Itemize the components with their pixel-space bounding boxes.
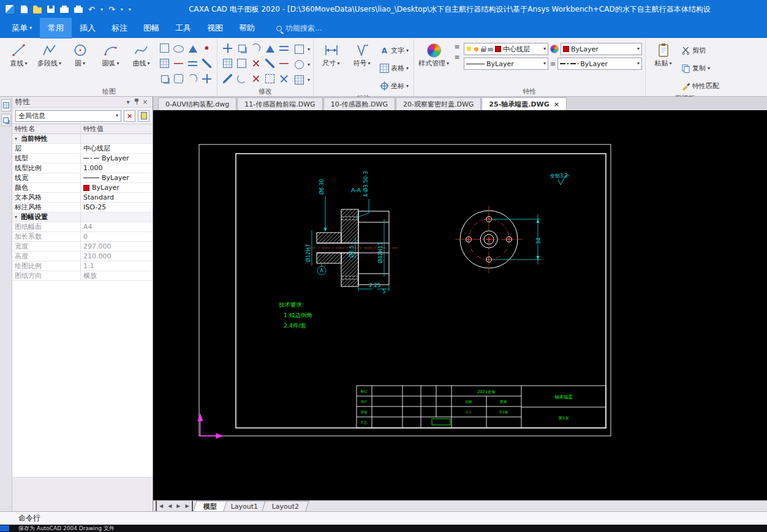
erase-icon[interactable] (263, 72, 276, 85)
mirror-icon[interactable] (263, 42, 276, 54)
symbol-button[interactable]: 符号▾ (347, 40, 376, 69)
edit-polyline-icon[interactable] (293, 43, 306, 56)
region-icon[interactable] (172, 72, 185, 85)
parallel-lines-icon[interactable] (186, 57, 199, 70)
match-properties-button[interactable]: 特性匹配 (679, 78, 721, 94)
edit-hatch-icon[interactable] (293, 73, 306, 86)
property-row-textstyle[interactable]: 文本风格Standard (12, 193, 153, 203)
ray-icon[interactable] (200, 57, 213, 70)
fillet-icon[interactable] (235, 72, 248, 85)
layout2-tab[interactable]: Layout2 (262, 501, 309, 511)
property-row-scale[interactable]: 绘图比例1:1 (12, 261, 153, 271)
last-layout-icon[interactable]: ▶ (183, 501, 192, 511)
tab-common[interactable]: 常用 (40, 18, 72, 39)
axis-line-icon[interactable] (172, 57, 185, 70)
function-search[interactable]: 功能搜索... (276, 23, 322, 34)
stretch-icon[interactable] (278, 72, 290, 85)
library-panel-tab[interactable] (1, 114, 11, 126)
table-tool[interactable]: 表格▾ (378, 61, 410, 76)
linetype-combo[interactable]: ByLayer ▾ (464, 58, 548, 70)
lineweight-combo[interactable]: ByLayer ▾ (557, 58, 642, 70)
scale-icon[interactable] (235, 57, 248, 70)
break-icon[interactable] (278, 57, 290, 70)
cut-button[interactable]: 剪切 (679, 43, 721, 58)
redo-dropdown-icon[interactable]: ▾ (121, 7, 123, 12)
doc-tab-2[interactable]: 10-传感器舱.DWG (323, 97, 395, 110)
doc-tab-4-active[interactable]: 25-轴承端盖.DWG× (482, 97, 567, 110)
menu-button[interactable]: 菜单▾ (4, 18, 40, 39)
circle-button[interactable]: 圆▾ (66, 40, 94, 69)
command-line[interactable]: 命令行 (0, 511, 767, 525)
doc-tab-0[interactable]: 0-AUV结构装配.dwg (158, 97, 236, 110)
copy-object-icon[interactable] (235, 42, 248, 54)
cloud-icon[interactable] (186, 72, 199, 85)
polygon-icon[interactable] (186, 42, 199, 54)
undo-dropdown-icon[interactable]: ▾ (100, 7, 103, 12)
property-row-linetype[interactable]: 线型ByLayer (12, 154, 153, 163)
paste-button[interactable]: 粘贴▾ (649, 40, 678, 69)
extend-icon[interactable] (263, 57, 276, 70)
linetype-tools-icon[interactable]: ≡ (454, 53, 459, 61)
selection-combo[interactable]: 全局信息 ▾ (15, 110, 121, 122)
text-tool[interactable]: A文字▾ (378, 43, 410, 58)
chevron-down-icon[interactable]: ▾ (308, 47, 310, 52)
close-tab-icon[interactable]: × (554, 101, 559, 108)
tab-annotate[interactable]: 标注 (104, 18, 135, 39)
polyline-button[interactable]: 多段线▾ (35, 40, 64, 69)
array-icon[interactable] (221, 57, 234, 70)
clear-selection-button[interactable]: × (124, 110, 135, 122)
close-panel-icon[interactable]: × (141, 99, 149, 105)
layer-tools-icon[interactable]: ≡ (454, 43, 459, 51)
plot-icon[interactable] (74, 7, 83, 13)
trim-icon[interactable] (249, 57, 262, 70)
edit-spline-icon[interactable] (293, 58, 306, 71)
property-row-extension[interactable]: 加长系数0 (12, 232, 153, 242)
line-button[interactable]: 直线▾ (4, 40, 33, 69)
hatch-icon[interactable] (158, 57, 171, 70)
tab-view[interactable]: 视图 (199, 18, 231, 39)
tab-help[interactable]: 帮助 (231, 18, 263, 39)
rectangle-icon[interactable] (158, 42, 171, 54)
next-layout-icon[interactable]: ▶ (174, 501, 183, 511)
panel-menu-icon[interactable]: ▾ (124, 99, 132, 105)
property-group-row[interactable]: ▾图幅设置 (12, 212, 153, 222)
color-combo[interactable]: ByLayer ▾ (561, 43, 642, 55)
color-picker-icon[interactable] (550, 45, 559, 53)
property-row-layer[interactable]: 层中心线层 (12, 144, 153, 154)
drawing-canvas[interactable]: A-A Ø6.30 4-Ø3.50-3 Ø12H7 Ø8.5 Ø42H11 2.… (153, 110, 767, 500)
layer-combo[interactable]: 中心线层 ▾ (464, 43, 548, 55)
point-icon[interactable] (200, 42, 213, 54)
property-row-papersize[interactable]: 图纸幅面A4 (12, 222, 153, 232)
customize-toolbar-icon[interactable]: ▾ (129, 7, 131, 12)
property-row-orientation[interactable]: 图纸方向横放 (12, 271, 153, 281)
property-row-height[interactable]: 高度210.000 (12, 252, 153, 261)
undo-icon[interactable]: ↶ (88, 6, 95, 13)
ellipse-icon[interactable] (172, 42, 185, 54)
quick-select-button[interactable] (138, 110, 149, 122)
prev-layout-icon[interactable]: ◀ (165, 501, 174, 511)
redo-icon[interactable]: ↷ (108, 6, 115, 13)
chevron-down-icon[interactable]: ▾ (308, 62, 310, 67)
coordinate-tool[interactable]: 坐标▾ (378, 78, 410, 94)
spline-button[interactable]: 曲线▾ (127, 40, 156, 69)
tab-sheet[interactable]: 图幅 (135, 18, 167, 39)
doc-tab-3[interactable]: 20-观察窗密封盖.DWG (396, 97, 481, 110)
tab-tools[interactable]: 工具 (167, 18, 199, 39)
pin-icon[interactable] (132, 98, 141, 106)
property-row-color[interactable]: 颜色ByLayer (12, 183, 153, 193)
print-icon[interactable] (60, 7, 69, 13)
rotate-icon[interactable] (249, 42, 262, 54)
doc-tab-1[interactable]: 11-传感器舱前端.DWG (237, 97, 322, 110)
open-file-icon[interactable] (33, 7, 42, 13)
style-manager-button[interactable]: 样式管理▾ (417, 40, 450, 69)
property-row-width[interactable]: 宽度297.000 (12, 242, 153, 252)
first-layout-icon[interactable]: ◀ (156, 501, 165, 511)
dimension-button[interactable]: 尺寸▾ (317, 40, 346, 69)
arc-button[interactable]: 圆弧▾ (96, 40, 125, 69)
copy-button[interactable]: 复制▾ (679, 61, 721, 76)
offset-icon[interactable] (278, 42, 290, 54)
chamfer-icon[interactable] (221, 72, 234, 85)
new-file-icon[interactable] (21, 6, 28, 13)
layout1-tab[interactable]: Layout1 (221, 501, 268, 511)
block-icon[interactable] (158, 72, 171, 85)
